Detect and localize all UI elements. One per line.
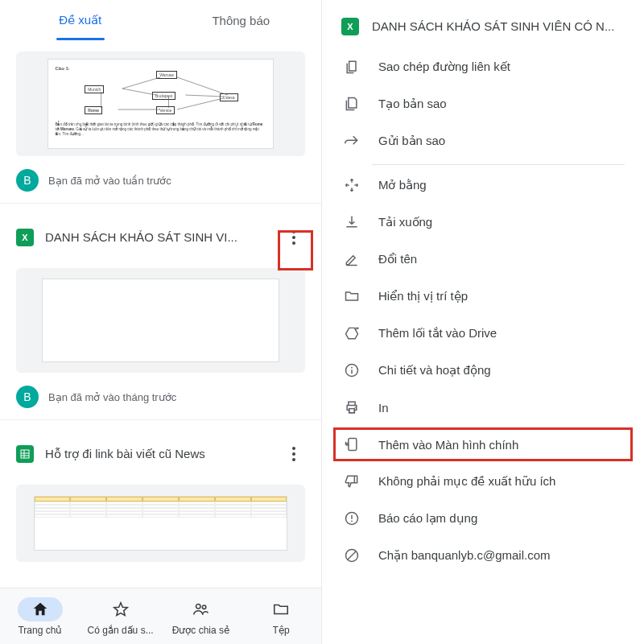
menu-label: Hiển thị vị trí tệp xyxy=(378,289,468,303)
file-card[interactable]: Hỗ trợ đi link bài viết cũ News xyxy=(0,420,321,576)
download-icon xyxy=(343,213,361,231)
menu-make-copy[interactable]: Tạo bản sao xyxy=(322,85,644,122)
print-icon xyxy=(343,398,361,416)
menu-print[interactable]: In xyxy=(322,389,644,426)
svg-point-23 xyxy=(351,520,353,522)
left-panel: Đề xuất Thông báo Câu 1: Warsaw Munich B… xyxy=(0,0,322,644)
forward-icon xyxy=(343,132,361,150)
file-meta: Bạn đã mở vào tháng trước xyxy=(48,391,176,403)
file-preview xyxy=(16,485,305,562)
menu-details[interactable]: Chi tiết và hoạt động xyxy=(322,352,644,389)
more-button[interactable] xyxy=(283,438,305,470)
menu-label: In xyxy=(378,401,389,415)
file-list: Câu 1: Warsaw Munich Budapest Odesa Rome… xyxy=(0,40,321,644)
more-button[interactable] xyxy=(283,221,305,254)
avatar: B xyxy=(16,169,39,192)
nav-label: Tệp xyxy=(273,625,290,636)
tab-suggested[interactable]: Đề xuất xyxy=(0,0,161,40)
copy-icon xyxy=(343,95,361,113)
svg-rect-8 xyxy=(21,450,29,458)
sheets-icon xyxy=(16,445,34,463)
home-icon xyxy=(31,601,49,618)
menu-label: Chặn banquanlyb.c@gmail.com xyxy=(378,548,551,563)
svg-point-17 xyxy=(351,367,353,369)
nav-label: Được chia sẻ xyxy=(172,625,229,636)
nav-label: Có gắn dấu s... xyxy=(88,625,154,636)
menu-block-user[interactable]: Chặn banquanlyb.c@gmail.com xyxy=(322,537,644,574)
folder-icon xyxy=(343,287,361,305)
excel-icon: X xyxy=(341,18,359,35)
open-with-icon xyxy=(343,176,361,194)
menu-label: Tạo bản sao xyxy=(378,97,447,111)
nav-home[interactable]: Trang chủ xyxy=(0,597,80,636)
svg-line-3 xyxy=(186,95,224,97)
menu-label: Mở bằng xyxy=(378,178,427,192)
menu-label: Tải xuống xyxy=(378,215,432,229)
menu-send-copy[interactable]: Gửi bản sao xyxy=(322,122,644,159)
menu-copy-link[interactable]: Sao chép đường liên kết xyxy=(322,48,644,85)
warning-icon xyxy=(343,510,361,527)
people-icon xyxy=(191,601,210,618)
avatar: B xyxy=(16,386,39,408)
svg-point-12 xyxy=(196,604,201,609)
svg-point-19 xyxy=(354,407,356,408)
thumb-down-icon xyxy=(343,473,361,490)
menu-report-abuse[interactable]: Báo cáo lạm dụng xyxy=(322,500,644,537)
svg-line-25 xyxy=(348,551,356,559)
menu-show-location[interactable]: Hiển thị vị trí tệp xyxy=(322,278,644,315)
svg-point-13 xyxy=(203,605,206,609)
block-icon xyxy=(343,547,361,564)
file-preview: Câu 1: Warsaw Munich Budapest Odesa Rome… xyxy=(16,52,305,156)
nav-starred[interactable]: Có gắn dấu s... xyxy=(80,597,161,636)
top-tabs: Đề xuất Thông báo xyxy=(0,0,321,40)
menu-not-helpful[interactable]: Không phải mục đề xuất hữu ích xyxy=(322,463,644,500)
svg-line-1 xyxy=(177,77,228,95)
pencil-icon xyxy=(343,250,361,268)
svg-line-0 xyxy=(122,77,160,89)
menu-download[interactable]: Tải xuống xyxy=(322,204,644,241)
nav-label: Trang chủ xyxy=(18,625,62,636)
bottom-nav: Trang chủ Có gắn dấu s... Được chia sẻ T… xyxy=(0,588,321,644)
info-icon xyxy=(343,361,361,379)
context-header: X DANH SÁCH KHẢO SÁT SINH VIÊN CÓ N... xyxy=(322,0,644,48)
file-title: Hỗ trợ đi link bài viết cũ News xyxy=(45,447,271,461)
menu-label: Không phải mục đề xuất hữu ích xyxy=(378,474,555,489)
menu-label: Thêm lối tắt vào Drive xyxy=(378,326,497,341)
file-card[interactable]: Câu 1: Warsaw Munich Budapest Odesa Rome… xyxy=(0,52,321,204)
context-menu: X DANH SÁCH KHẢO SÁT SINH VIÊN CÓ N... S… xyxy=(322,0,644,644)
menu-label: Báo cáo lạm dụng xyxy=(378,511,477,526)
separator xyxy=(372,164,625,165)
file-meta: Bạn đã mở vào tuần trước xyxy=(48,175,171,187)
svg-line-6 xyxy=(177,98,224,109)
menu-label: Gửi bản sao xyxy=(378,134,445,148)
menu-add-drive-shortcut[interactable]: Thêm lối tắt vào Drive xyxy=(322,315,644,352)
add-homescreen-icon xyxy=(343,436,361,453)
menu-label: Đổi tên xyxy=(378,252,417,266)
context-title: DANH SÁCH KHẢO SÁT SINH VIÊN CÓ N... xyxy=(372,19,614,34)
nav-files[interactable]: Tệp xyxy=(241,597,321,636)
menu-label: Sao chép đường liên kết xyxy=(378,60,510,74)
nav-shared[interactable]: Được chia sẻ xyxy=(161,597,242,636)
svg-rect-20 xyxy=(349,439,357,451)
file-preview xyxy=(16,268,305,373)
menu-label: Thêm vào Màn hình chính xyxy=(378,438,518,452)
file-card[interactable]: X DANH SÁCH KHẢO SÁT SINH VI... B Bạn đã… xyxy=(0,204,321,420)
menu-rename[interactable]: Đổi tên xyxy=(322,241,644,278)
excel-icon: X xyxy=(16,229,34,246)
menu-open-with[interactable]: Mở bằng xyxy=(322,167,644,204)
svg-rect-18 xyxy=(349,409,355,413)
menu-label: Chi tiết và hoạt động xyxy=(378,363,491,378)
file-title: DANH SÁCH KHẢO SÁT SINH VI... xyxy=(45,230,271,245)
folder-icon xyxy=(272,601,290,618)
copy-link-icon xyxy=(343,58,361,76)
tab-notifications[interactable]: Thông báo xyxy=(161,0,322,40)
star-icon xyxy=(112,601,130,618)
svg-line-2 xyxy=(122,89,156,95)
menu-add-to-homescreen[interactable]: Thêm vào Màn hình chính xyxy=(322,426,644,463)
drive-shortcut-icon xyxy=(343,324,361,342)
